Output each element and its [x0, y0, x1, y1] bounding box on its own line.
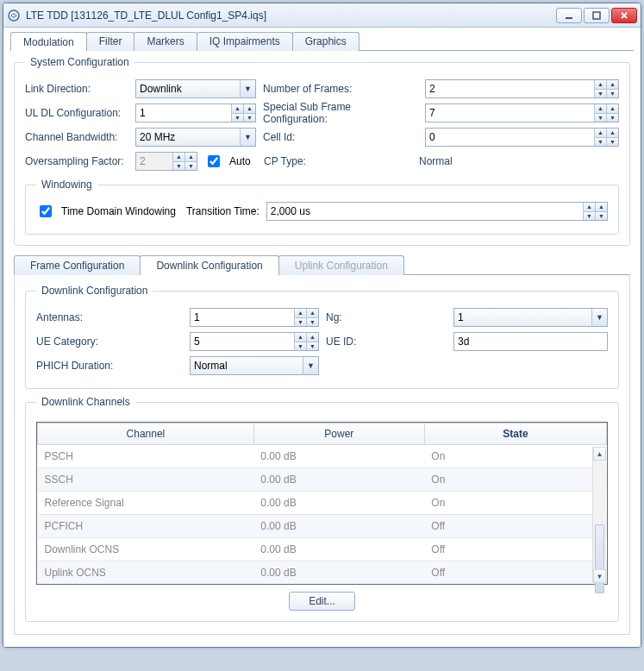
- downlink-config-group: Downlink Configuration Antennas: 1 ▲▼▲▼ …: [25, 285, 619, 389]
- edit-button[interactable]: Edit...: [289, 592, 355, 611]
- cell-power: 0.00 dB: [253, 561, 424, 585]
- close-button[interactable]: [611, 8, 637, 23]
- cellid-value: 0: [429, 131, 435, 143]
- link-direction-value: Downlink: [140, 83, 182, 95]
- cell-state: On: [424, 492, 606, 515]
- cell-state: Off: [424, 561, 606, 585]
- cell-channel: Uplink OCNS: [38, 561, 254, 585]
- col-power[interactable]: Power: [253, 423, 424, 445]
- app-icon: [7, 9, 21, 22]
- cellid-spin[interactable]: 0 ▲▼▲▼: [425, 128, 619, 147]
- downlink-config-legend: Downlink Configuration: [36, 285, 153, 297]
- tab-markers[interactable]: Markers: [134, 32, 197, 51]
- cptype-value: Normal: [419, 155, 453, 167]
- chevron-down-icon: ▼: [591, 309, 607, 326]
- scroll-up-icon[interactable]: ▲: [593, 447, 606, 461]
- ueid-input[interactable]: 3d: [453, 332, 608, 351]
- windowing-group: Windowing Time Domain Windowing Transiti…: [25, 179, 619, 235]
- svg-rect-2: [593, 12, 600, 19]
- cell-state: Off: [424, 538, 606, 561]
- cell-power: 0.00 dB: [253, 468, 424, 492]
- chevron-down-icon: ▼: [240, 129, 255, 146]
- system-configuration-group: System Configuration Link Direction: Dow…: [14, 56, 630, 246]
- system-configuration-legend: System Configuration: [25, 56, 134, 68]
- cell-channel: PCFICH: [38, 515, 254, 538]
- downlink-channels-group: Downlink Channels Channel Power State PS…: [25, 396, 619, 622]
- app-window: LTE TDD [131126_TD_LTE_DLUL Config1_SP4.…: [3, 3, 641, 648]
- tab-graphics[interactable]: Graphics: [292, 32, 360, 51]
- cell-state: Off: [424, 515, 606, 538]
- maximize-button[interactable]: [584, 8, 610, 23]
- cbw-combo[interactable]: 20 MHz ▼: [135, 128, 256, 147]
- auto-checkbox[interactable]: [208, 155, 220, 167]
- cptype-label: CP Type:: [264, 155, 412, 167]
- link-direction-combo[interactable]: Downlink ▼: [135, 79, 256, 98]
- downlink-panel: Downlink Configuration Antennas: 1 ▲▼▲▼ …: [14, 274, 630, 635]
- uldl-spin[interactable]: 1 ▲▼▲▼: [135, 103, 256, 122]
- channels-table[interactable]: Channel Power State PSCH0.00 dBOnSSCH0.0…: [37, 423, 607, 584]
- phich-combo[interactable]: Normal ▼: [190, 356, 319, 375]
- antennas-spin[interactable]: 1 ▲▼▲▼: [190, 308, 319, 327]
- chevron-down-icon: ▼: [303, 357, 318, 374]
- ng-value: 1: [458, 311, 464, 323]
- cbw-value: 20 MHz: [140, 131, 175, 143]
- uecat-value: 5: [194, 336, 200, 348]
- tdw-label: Time Domain Windowing: [61, 205, 176, 217]
- col-state[interactable]: State: [424, 423, 606, 445]
- tab-downlink-configuration[interactable]: Downlink Configuration: [140, 255, 278, 275]
- table-scrollbar[interactable]: ▲ ▼: [592, 447, 606, 583]
- table-row[interactable]: Reference Signal0.00 dBOn: [38, 492, 607, 515]
- ssf-spin[interactable]: 7 ▲▼▲▼: [425, 103, 619, 122]
- uldl-label: UL DL Configuration:: [25, 107, 128, 119]
- downlink-channels-legend: Downlink Channels: [36, 396, 135, 408]
- col-channel[interactable]: Channel: [38, 423, 254, 445]
- tab-iq-impairments[interactable]: IQ Impairments: [197, 32, 293, 51]
- ng-combo[interactable]: 1 ▼: [453, 308, 608, 327]
- cell-channel: PSCH: [38, 445, 254, 468]
- title-bar[interactable]: LTE TDD [131126_TD_LTE_DLUL Config1_SP4.…: [3, 3, 641, 28]
- tab-filter[interactable]: Filter: [86, 32, 135, 51]
- tab-modulation[interactable]: Modulation: [10, 32, 87, 51]
- number-of-frames-value: 2: [429, 83, 435, 95]
- ueid-value: 3d: [458, 336, 469, 348]
- tab-uplink-configuration[interactable]: Uplink Configuration: [278, 255, 404, 275]
- table-row[interactable]: SSCH0.00 dBOn: [38, 468, 607, 492]
- antennas-value: 1: [194, 311, 200, 323]
- link-direction-label: Link Direction:: [25, 83, 128, 95]
- cell-state: On: [424, 445, 606, 468]
- uecat-label: UE Category:: [36, 336, 183, 348]
- table-row[interactable]: PSCH0.00 dBOn: [38, 445, 607, 468]
- phich-label: PHICH Duration:: [36, 360, 183, 372]
- table-row[interactable]: Uplink OCNS0.00 dBOff: [38, 561, 607, 585]
- ng-label: Ng:: [326, 311, 447, 323]
- number-of-frames-label: Number of Frames:: [263, 83, 418, 95]
- cell-power: 0.00 dB: [253, 538, 424, 561]
- svg-rect-1: [566, 17, 572, 19]
- channels-table-wrap: Channel Power State PSCH0.00 dBOnSSCH0.0…: [36, 422, 608, 585]
- windowing-legend: Windowing: [36, 179, 97, 191]
- ssf-value: 7: [429, 107, 435, 119]
- auto-label: Auto: [229, 155, 257, 167]
- oversampling-spin: 2 ▲▼▲▼: [135, 152, 197, 171]
- tdw-checkbox[interactable]: [40, 205, 52, 217]
- cbw-label: Channel Bandwidth:: [25, 131, 128, 143]
- tt-label: Transition Time:: [186, 205, 259, 217]
- scroll-down-icon[interactable]: ▼: [593, 569, 606, 583]
- uecat-spin[interactable]: 5 ▲▼▲▼: [190, 332, 319, 351]
- scroll-thumb[interactable]: [595, 524, 604, 593]
- tt-spin[interactable]: 2,000 us ▲▼▲▼: [266, 202, 608, 221]
- minimize-button[interactable]: [556, 8, 582, 23]
- number-of-frames-spin[interactable]: 2 ▲▼▲▼: [425, 79, 619, 98]
- table-row[interactable]: PCFICH0.00 dBOff: [38, 515, 607, 538]
- window-title: LTE TDD [131126_TD_LTE_DLUL Config1_SP4.…: [26, 9, 556, 22]
- tab-frame-configuration[interactable]: Frame Configuration: [14, 255, 141, 275]
- cell-power: 0.00 dB: [253, 445, 424, 468]
- antennas-label: Antennas:: [36, 311, 183, 323]
- cell-channel: Reference Signal: [38, 492, 254, 515]
- ssf-label: Special Sub Frame Configuration:: [263, 101, 418, 125]
- ueid-label: UE ID:: [326, 336, 447, 348]
- phich-value: Normal: [194, 360, 228, 372]
- oversampling-label: Oversampling Factor:: [25, 155, 128, 167]
- table-row[interactable]: Downlink OCNS0.00 dBOff: [38, 538, 607, 561]
- sub-tab-bar: Frame Configuration Downlink Configurati…: [14, 254, 630, 275]
